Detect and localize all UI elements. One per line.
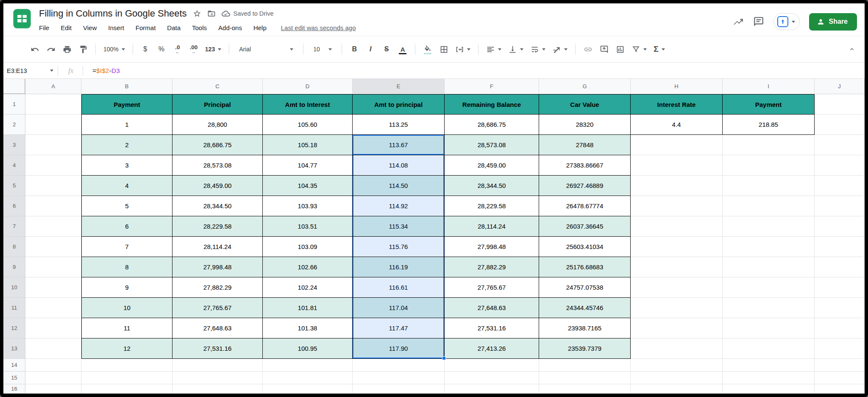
decrease-decimal-button[interactable]: .0← bbox=[171, 42, 184, 56]
cell-C15[interactable] bbox=[172, 372, 263, 384]
cell-G6[interactable]: 26478.67774 bbox=[539, 196, 631, 216]
cell-A5[interactable] bbox=[25, 176, 81, 196]
cell-A3[interactable] bbox=[25, 135, 81, 155]
cell-B11[interactable]: 10 bbox=[81, 298, 172, 318]
cell-D13[interactable]: 100.95 bbox=[263, 338, 353, 359]
column-header-E[interactable]: E bbox=[353, 79, 445, 94]
functions-button[interactable]: Σ bbox=[651, 42, 667, 56]
cell-H9[interactable] bbox=[631, 257, 723, 277]
cell-B16[interactable] bbox=[81, 384, 172, 394]
present-button[interactable] bbox=[773, 13, 800, 30]
cell-E5[interactable]: 114.50 bbox=[353, 176, 445, 196]
cell-D1[interactable]: Amt to Interest bbox=[263, 94, 353, 115]
cell-J5[interactable] bbox=[815, 176, 865, 196]
row-header-6[interactable]: 6 bbox=[3, 196, 25, 216]
cell-B8[interactable]: 7 bbox=[81, 237, 172, 257]
cell-J8[interactable] bbox=[815, 237, 865, 257]
row-header-15[interactable]: 15 bbox=[3, 372, 25, 384]
cell-J6[interactable] bbox=[815, 196, 865, 216]
print-button[interactable] bbox=[60, 42, 74, 56]
cell-F3[interactable]: 28,573.08 bbox=[445, 135, 539, 155]
cell-B7[interactable]: 6 bbox=[81, 216, 172, 237]
cell-A13[interactable] bbox=[25, 338, 81, 359]
cell-G10[interactable]: 24757.07538 bbox=[539, 277, 631, 298]
cell-H13[interactable] bbox=[631, 338, 723, 359]
cell-B6[interactable]: 5 bbox=[81, 196, 172, 216]
cell-J12[interactable] bbox=[815, 318, 865, 338]
row-header-11[interactable]: 11 bbox=[3, 298, 25, 318]
cell-G11[interactable]: 24344.45746 bbox=[539, 298, 631, 318]
column-header-C[interactable]: C bbox=[172, 79, 263, 94]
strikethrough-button[interactable]: S bbox=[380, 42, 393, 56]
row-header-2[interactable]: 2 bbox=[3, 115, 25, 135]
cell-E6[interactable]: 114.92 bbox=[353, 196, 445, 216]
menu-format[interactable]: Format bbox=[136, 24, 156, 31]
cell-F16[interactable] bbox=[445, 384, 539, 394]
cell-D6[interactable]: 103.93 bbox=[263, 196, 353, 216]
cell-B3[interactable]: 2 bbox=[81, 135, 172, 155]
cell-B2[interactable]: 1 bbox=[81, 115, 172, 135]
cell-D5[interactable]: 104.35 bbox=[263, 176, 353, 196]
menu-view[interactable]: View bbox=[83, 24, 97, 31]
cell-G2[interactable]: 28320 bbox=[539, 115, 631, 135]
cell-E16[interactable] bbox=[353, 384, 445, 394]
vertical-align-button[interactable] bbox=[506, 42, 526, 56]
row-header-16[interactable]: 16 bbox=[3, 384, 25, 394]
cell-I14[interactable] bbox=[723, 359, 815, 372]
cell-A16[interactable] bbox=[25, 384, 81, 394]
menu-add-ons[interactable]: Add-ons bbox=[218, 24, 242, 31]
cell-I2[interactable]: 218.85 bbox=[723, 115, 815, 135]
cell-C6[interactable]: 28,344.50 bbox=[172, 196, 263, 216]
horizontal-align-button[interactable] bbox=[484, 42, 504, 56]
italic-button[interactable]: I bbox=[364, 42, 377, 56]
cell-J11[interactable] bbox=[815, 298, 865, 318]
text-wrap-button[interactable] bbox=[528, 42, 548, 56]
column-header-G[interactable]: G bbox=[539, 79, 631, 94]
cell-F8[interactable]: 27,998.48 bbox=[445, 237, 539, 257]
insert-link-button[interactable] bbox=[581, 42, 595, 56]
row-header-12[interactable]: 12 bbox=[3, 318, 25, 338]
cell-C11[interactable]: 27,765.67 bbox=[172, 298, 263, 318]
column-header-I[interactable]: I bbox=[723, 79, 815, 94]
cell-G16[interactable] bbox=[539, 384, 631, 394]
cell-E4[interactable]: 114.08 bbox=[353, 155, 445, 176]
cell-G13[interactable]: 23539.7379 bbox=[539, 338, 631, 359]
row-header-14[interactable]: 14 bbox=[3, 359, 25, 372]
cell-F11[interactable]: 27,648.63 bbox=[445, 298, 539, 318]
cell-J2[interactable] bbox=[815, 115, 865, 135]
trends-icon[interactable] bbox=[733, 16, 744, 27]
cell-E9[interactable]: 116.19 bbox=[353, 257, 445, 277]
number-format-button[interactable]: 123 bbox=[203, 42, 223, 56]
column-header-F[interactable]: F bbox=[445, 79, 539, 94]
cell-I13[interactable] bbox=[723, 338, 815, 359]
undo-button[interactable] bbox=[28, 42, 42, 56]
cell-H2[interactable]: 4.4 bbox=[631, 115, 723, 135]
cell-I4[interactable] bbox=[723, 155, 815, 176]
cell-F12[interactable]: 27,531.16 bbox=[445, 318, 539, 338]
cell-A4[interactable] bbox=[25, 155, 81, 176]
row-header-4[interactable]: 4 bbox=[3, 155, 25, 176]
cell-I7[interactable] bbox=[723, 216, 815, 237]
cell-H14[interactable] bbox=[631, 359, 723, 372]
column-header-B[interactable]: B bbox=[81, 79, 172, 94]
cell-H4[interactable] bbox=[631, 155, 723, 176]
star-icon[interactable] bbox=[193, 9, 201, 18]
cell-E3[interactable]: 113.67 bbox=[353, 135, 445, 155]
cell-G15[interactable] bbox=[539, 372, 631, 384]
cell-G4[interactable]: 27383.86667 bbox=[539, 155, 631, 176]
merge-cells-button[interactable] bbox=[453, 42, 473, 56]
cell-F1[interactable]: Remaining Balance bbox=[445, 94, 539, 115]
cell-H8[interactable] bbox=[631, 237, 723, 257]
cell-J1[interactable] bbox=[815, 94, 865, 115]
cell-I10[interactable] bbox=[723, 277, 815, 298]
insert-chart-button[interactable] bbox=[613, 42, 627, 56]
cell-J16[interactable] bbox=[815, 384, 865, 394]
fill-color-button[interactable] bbox=[421, 42, 434, 56]
cell-E11[interactable]: 117.04 bbox=[353, 298, 445, 318]
cell-E14[interactable] bbox=[353, 359, 445, 372]
cell-I12[interactable] bbox=[723, 318, 815, 338]
cell-G14[interactable] bbox=[539, 359, 631, 372]
redo-button[interactable] bbox=[44, 42, 58, 56]
cell-A10[interactable] bbox=[25, 277, 81, 298]
cell-B14[interactable] bbox=[81, 359, 172, 372]
